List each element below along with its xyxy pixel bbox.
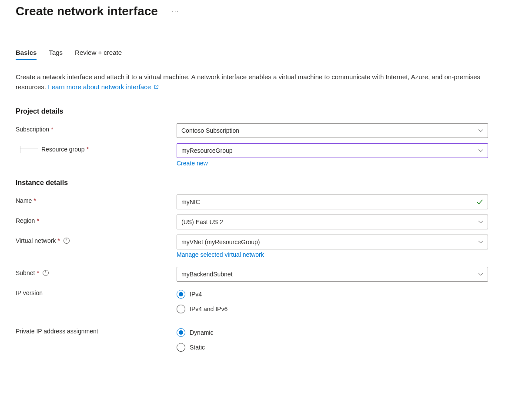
intro-text: Create a network interface and attach it… [16,72,494,92]
label-private-ip-assignment: Private IP address assignment [16,325,177,335]
region-dropdown[interactable]: (US) East US 2 [177,215,488,229]
radio-label: IPv4 [190,291,202,298]
private-ip-dynamic-radio[interactable] [177,328,185,337]
label-ip-version: IP version [16,287,177,296]
ip-version-ipv4-radio[interactable] [177,290,185,299]
label-subscription: Subscription* [16,123,177,133]
label-name: Name* [16,195,177,204]
checkmark-icon [476,198,483,205]
tab-review-create[interactable]: Review + create [75,49,122,60]
info-icon[interactable] [43,270,49,276]
manage-virtual-network-link[interactable]: Manage selected virtual network [177,251,264,258]
label-virtual-network: Virtual network* [16,235,177,244]
create-new-resource-group-link[interactable]: Create new [177,160,208,167]
chevron-down-icon [478,272,483,277]
chevron-down-icon [478,239,483,245]
external-link-icon [154,84,159,90]
chevron-down-icon [478,219,483,225]
subscription-dropdown[interactable]: Contoso Subscription [177,123,488,138]
radio-label: IPv4 and IPv6 [190,306,228,312]
chevron-down-icon [478,148,483,153]
tabs: Basics Tags Review + create [16,49,506,60]
virtual-network-dropdown[interactable]: myVNet (myResourceGroup) [177,235,488,249]
tab-tags[interactable]: Tags [49,49,63,60]
label-resource-group: Resource group* [16,143,177,153]
info-icon[interactable] [64,238,70,244]
page-title: Create network interface [16,4,158,18]
private-ip-static-radio[interactable] [177,343,185,352]
ip-version-both-radio[interactable] [177,305,185,313]
section-instance-details: Instance details [16,179,506,187]
ip-version-radio-group: IPv4 IPv4 and IPv6 [177,287,488,316]
radio-label: Static [190,344,205,351]
subnet-dropdown[interactable]: myBackendSubnet [177,267,488,282]
more-actions-button[interactable]: ··· [170,6,181,17]
radio-label: Dynamic [190,329,213,336]
label-region: Region* [16,215,177,224]
name-input[interactable]: myNIC [177,195,488,209]
resource-group-dropdown[interactable]: myResourceGroup [177,143,488,158]
section-project-details: Project details [16,108,506,115]
tab-basics[interactable]: Basics [16,49,37,60]
chevron-down-icon [478,128,483,133]
learn-more-link[interactable]: Learn more about network interface [48,83,159,91]
label-subnet: Subnet* [16,267,177,276]
private-ip-radio-group: Dynamic Static [177,325,488,355]
